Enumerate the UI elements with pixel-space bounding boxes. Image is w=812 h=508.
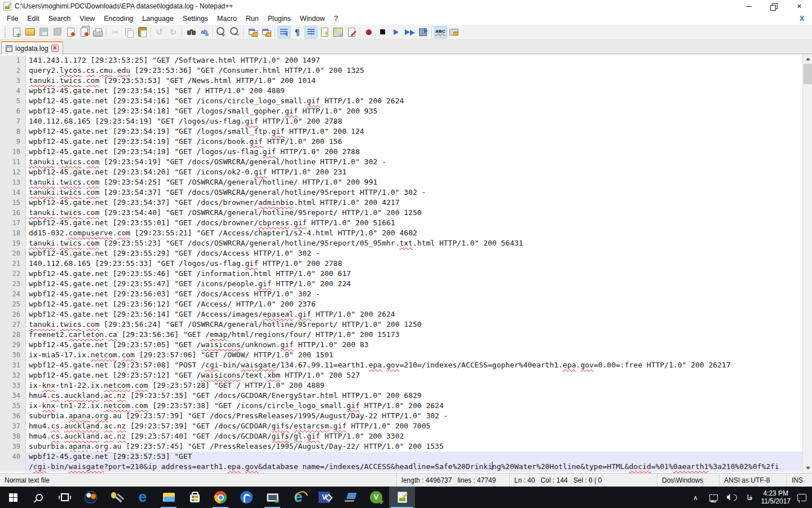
status-encoding[interactable]: ANSI as UTF-8	[719, 474, 787, 487]
log-line[interactable]: 1141.243.1.172 [29:23:53:25] "GET /Softw…	[0, 55, 802, 65]
menu-language[interactable]: Language	[138, 14, 178, 24]
macro-record-icon[interactable]	[363, 26, 376, 38]
indent-guide-icon[interactable]	[304, 26, 317, 38]
log-line[interactable]: 30ix-mia5-17.ix.netcom.com [29:23:57:06]…	[0, 350, 802, 360]
log-line[interactable]: 8wpbf12-45.gate.net [29:23:54:19] "GET /…	[0, 126, 802, 137]
minimize-button[interactable]	[736, 0, 761, 12]
log-line[interactable]: 16tanuki.twics.com [29:23:54:40] "GET /O…	[0, 208, 802, 218]
paste-icon[interactable]	[136, 26, 149, 38]
log-line[interactable]: 37hmu4.cs.auckland.ac.nz [29:23:57:39] "…	[0, 421, 802, 431]
log-line[interactable]: 3tanuki.twics.com [29:23:53:53] "GET /Ne…	[0, 76, 802, 86]
language-indicator[interactable]: فا	[743, 487, 757, 508]
network-icon[interactable]	[707, 487, 721, 508]
swan-app-taskbar-icon[interactable]	[233, 487, 259, 508]
log-line[interactable]: 12wpbf12-45.gate.net [29:23:54:20] "GET …	[0, 167, 802, 177]
new-file-icon[interactable]	[10, 26, 23, 38]
close-document-x-button[interactable]: X	[792, 15, 812, 23]
log-line[interactable]: 17wpbf12-45.gate.net [29:23:55:01] "GET …	[0, 218, 802, 228]
log-line[interactable]: 19tanuki.twics.com [29:23:55:23] "GET /d…	[0, 238, 802, 248]
log-line[interactable]: 38hmu4.cs.auckland.ac.nz [29:23:57:40] "…	[0, 431, 802, 441]
tab-close-icon[interactable]: ✕	[51, 45, 59, 52]
log-line[interactable]: 11tanuki.twics.com [29:23:54:19] "GET /d…	[0, 157, 802, 167]
log-line[interactable]: /cgi-bin/waisgate?port=210&ip address=ea…	[0, 462, 802, 472]
log-line[interactable]: 18dd15-032.compuserve.com [29:23:55:21] …	[0, 228, 802, 238]
clock[interactable]: 4:23 PM 11/5/2017	[761, 487, 791, 508]
log-line[interactable]: 33ix-knx-tn1-22.ix.netcom.com [29:23:57:…	[0, 380, 802, 391]
menu-help[interactable]: ?	[329, 14, 342, 24]
close-all-icon[interactable]	[78, 26, 91, 38]
status-eol-format[interactable]: Dos\Windows	[657, 474, 719, 487]
internet-explorer-taskbar-icon[interactable]	[285, 487, 311, 508]
chrome-taskbar-icon[interactable]	[208, 487, 233, 508]
log-line[interactable]: 36suburbia.apana.org.au [29:23:57:39] "G…	[0, 411, 802, 421]
log-line[interactable]: 14tanuki.twics.com [29:23:54:37] "GET /d…	[0, 187, 802, 198]
tray-chevron-icon[interactable]	[689, 487, 703, 508]
close-button[interactable]: ×	[787, 0, 812, 12]
save-icon[interactable]	[37, 26, 50, 38]
log-line[interactable]: 22wpbf12-45.gate.net [29:23:55:46] "GET …	[0, 269, 802, 279]
vertical-scrollbar[interactable]	[802, 54, 812, 473]
copy-icon[interactable]	[122, 26, 135, 38]
macro-save-icon[interactable]	[417, 26, 430, 38]
log-line[interactable]: 29wpbf12-45.gate.net [29:23:57:05] "GET …	[0, 340, 802, 350]
document-map-icon[interactable]	[332, 26, 345, 38]
log-line[interactable]: 31wpbf12-45.gate.net [29:23:57:08] "POST…	[0, 360, 802, 370]
menu-run[interactable]: Run	[241, 14, 263, 24]
log-line[interactable]: 23wpbf12-45.gate.net [29:23:55:47] "GET …	[0, 279, 802, 289]
menu-window[interactable]: Window	[295, 14, 329, 24]
scrollbar-thumb[interactable]	[804, 64, 812, 84]
search-taskbar-icon[interactable]	[26, 487, 52, 508]
task-view-taskbar-icon[interactable]	[52, 487, 78, 508]
folder-as-workspace-icon[interactable]	[448, 26, 461, 38]
replace-icon[interactable]	[198, 26, 211, 38]
log-line[interactable]: 25wpbf12-45.gate.net [29:23:56:12] "GET …	[0, 299, 802, 309]
macro-run-multiple-icon[interactable]	[403, 26, 416, 38]
file-explorer-taskbar-icon[interactable]	[156, 487, 182, 508]
log-line[interactable]: 5wpbf12-45.gate.net [29:23:54:16] "GET /…	[0, 96, 802, 106]
action-center-icon[interactable]	[795, 487, 809, 508]
media-player-taskbar-icon[interactable]	[78, 487, 104, 508]
menu-file[interactable]: File	[2, 14, 23, 24]
menu-edit[interactable]: Edit	[23, 14, 44, 24]
remote-desktop-taskbar-icon[interactable]	[259, 487, 285, 508]
cut-icon[interactable]	[109, 26, 122, 38]
log-line[interactable]: 6wpbf12-45.gate.net [29:23:54:18] "GET /…	[0, 106, 802, 116]
log-line[interactable]: 35ix-knx-tn1-22.ix.netcom.com [29:23:57:…	[0, 401, 802, 411]
find-icon[interactable]	[184, 26, 197, 38]
log-line[interactable]: 24wpbf12-45.gate.net [29:23:56:03] "GET …	[0, 289, 802, 299]
log-line[interactable]: 34hmu4.cs.auckland.ac.nz [29:23:57:35] "…	[0, 391, 802, 401]
log-line[interactable]: 7140.112.68.165 [29:23:54:19] "GET /logo…	[0, 116, 802, 126]
menu-plugins[interactable]: Plugins	[263, 14, 295, 24]
redo-icon[interactable]	[167, 26, 180, 38]
undo-icon[interactable]	[153, 26, 166, 38]
edge-taskbar-icon[interactable]	[130, 487, 156, 508]
log-line[interactable]: 39suburbia.apana.org.au [29:23:57:45] "G…	[0, 441, 802, 452]
admin-tools-taskbar-icon[interactable]	[104, 487, 130, 508]
log-line[interactable]: 40wpbf12-45.gate.net [29:23:57:53] "GET	[0, 452, 802, 462]
scroll-up-arrow-icon[interactable]	[803, 54, 812, 64]
log-line[interactable]: 9wpbf12-45.gate.net [29:23:54:19] "GET /…	[0, 137, 802, 147]
qlikview-taskbar-icon[interactable]	[363, 487, 389, 508]
print-icon[interactable]	[91, 26, 104, 38]
status-insert-mode[interactable]: INS	[787, 474, 812, 487]
macro-stop-icon[interactable]	[376, 26, 389, 38]
menu-encoding[interactable]: Encoding	[99, 14, 138, 24]
log-line[interactable]: 10wpbf12-45.gate.net [29:23:54:19] "GET …	[0, 147, 802, 157]
volume-icon[interactable]	[725, 487, 739, 508]
sync-horizontal-icon[interactable]	[260, 26, 273, 38]
menu-view[interactable]: View	[75, 14, 99, 24]
store-taskbar-icon[interactable]	[182, 487, 208, 508]
user-defined-language-icon[interactable]	[318, 26, 331, 38]
log-line[interactable]: 13tanuki.twics.com [29:23:54:25] "GET /O…	[0, 177, 802, 187]
start-taskbar-icon[interactable]	[0, 487, 26, 508]
menu-macro[interactable]: Macro	[213, 14, 241, 24]
restore-button[interactable]	[761, 0, 787, 12]
word-wrap-icon[interactable]	[277, 26, 290, 38]
menu-settings[interactable]: Settings	[178, 14, 213, 24]
visio-taskbar-icon[interactable]	[311, 487, 337, 508]
zoom-out-icon[interactable]	[229, 26, 242, 38]
spell-check-icon[interactable]	[434, 26, 447, 38]
log-line[interactable]: 32wpbf12-45.gate.net [29:23:57:12] "GET …	[0, 370, 802, 380]
log-line[interactable]: 20wpbf12-45.gate.net [29:23:55:29] "GET …	[0, 248, 802, 259]
menu-search[interactable]: Search	[44, 14, 76, 24]
